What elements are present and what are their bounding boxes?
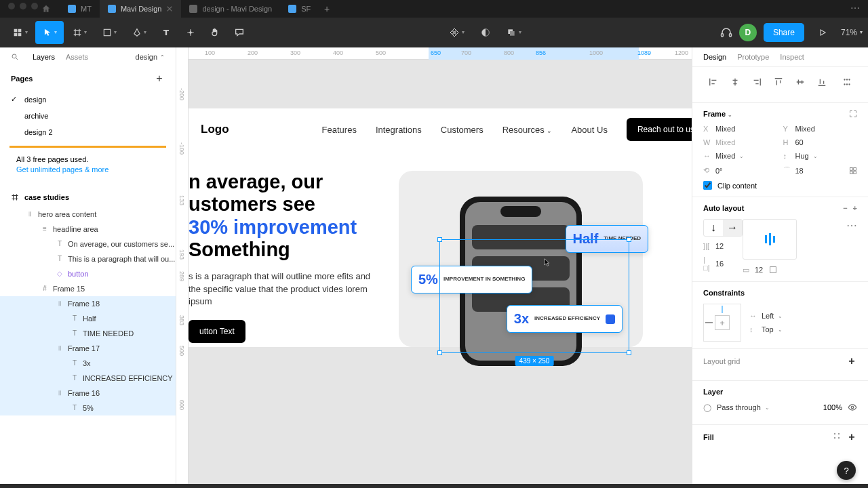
layer-item[interactable]: T3x <box>0 356 176 371</box>
add-grid-button[interactable]: + <box>846 356 857 367</box>
rotation-field[interactable]: ⟲0° <box>703 165 778 176</box>
add-fill-button[interactable]: + <box>846 432 857 443</box>
main-menu-button[interactable]: ▾ <box>5 21 34 44</box>
blend-mode-field[interactable]: Pass through ⌄ <box>717 403 770 411</box>
upgrade-banner: All 3 free pages used. Get unlimited pag… <box>9 146 166 182</box>
distribute-icon[interactable] <box>837 74 857 90</box>
direction-horizontal-icon[interactable]: → <box>723 220 742 236</box>
assets-tab[interactable]: Assets <box>66 53 88 61</box>
layer-item[interactable]: T5% <box>0 401 176 415</box>
file-tab[interactable]: MT <box>60 0 100 18</box>
layer-item[interactable]: #Frame 15 <box>0 281 176 296</box>
resize-w-field[interactable]: ↔Mixed ⌄ <box>703 152 778 160</box>
padding-expand-icon[interactable] <box>768 265 778 274</box>
pen-tool[interactable]: ▾ <box>125 21 153 44</box>
logo-text: Logo <box>201 123 229 136</box>
components-menu[interactable]: ▾ <box>443 21 471 44</box>
zoom-control[interactable]: 71%▾ <box>841 28 863 37</box>
padding-h-field[interactable]: |□|16 <box>703 256 743 272</box>
canvas[interactable]: 100200300400500650700800856100010891200 … <box>176 47 692 484</box>
home-icon[interactable] <box>41 4 52 14</box>
align-top-icon[interactable] <box>768 74 789 90</box>
constraint-box[interactable]: + <box>703 304 741 342</box>
alignment-box[interactable] <box>743 219 797 260</box>
search-icon[interactable] <box>11 53 19 61</box>
resize-fit-icon[interactable] <box>849 110 857 118</box>
add-page-button[interactable]: + <box>154 73 165 84</box>
align-bottom-icon[interactable] <box>812 74 832 90</box>
layer-item[interactable]: TOn average, our customers se... <box>0 237 176 251</box>
page-item[interactable]: design 2 <box>0 124 176 140</box>
inspect-tab[interactable]: Inspect <box>780 53 804 61</box>
resources-tool[interactable] <box>179 21 202 44</box>
layer-item[interactable]: ⫴hero area content <box>0 207 176 222</box>
present-button[interactable] <box>811 21 834 44</box>
frame-icon <box>11 193 19 201</box>
more-menu-icon[interactable]: ⋯ <box>850 3 860 14</box>
align-left-icon[interactable] <box>703 74 724 90</box>
prototype-tab[interactable]: Prototype <box>737 53 769 61</box>
file-tab-active[interactable]: Mavi Design <box>100 0 182 18</box>
close-icon[interactable] <box>166 5 173 12</box>
h-field[interactable]: H60 <box>783 138 858 146</box>
constraint-v-field[interactable]: ↕Top ⌄ <box>749 325 783 333</box>
file-tab[interactable]: design - Mavi Design <box>181 0 280 18</box>
layer-item[interactable]: ⫴Frame 17 <box>0 341 176 356</box>
y-field[interactable]: YMixed <box>783 125 858 133</box>
move-tool[interactable]: ▾ <box>35 21 64 44</box>
share-button[interactable]: Share <box>764 23 804 42</box>
layer-item[interactable]: TINCREASED EFFICIENCY <box>0 371 176 386</box>
styles-icon[interactable] <box>833 432 841 440</box>
page-selector[interactable]: design ⌃ <box>136 53 165 61</box>
nav-item: Resources ⌄ <box>502 125 553 135</box>
padding-v-field[interactable]: ▭12 <box>743 265 763 274</box>
text-tool[interactable] <box>155 21 178 44</box>
layer-root[interactable]: case studies <box>0 188 176 207</box>
hand-tool[interactable] <box>203 21 226 44</box>
align-hcenter-icon[interactable] <box>725 74 745 90</box>
page-item[interactable]: archive <box>0 108 176 124</box>
comment-tool[interactable] <box>228 21 251 44</box>
x-field[interactable]: XMixed <box>703 125 778 133</box>
help-button[interactable]: ? <box>837 461 856 480</box>
new-tab-button[interactable]: + <box>319 3 335 14</box>
file-tab[interactable]: SF <box>280 0 319 18</box>
autolayout-more-icon[interactable]: ⋯ <box>846 219 857 274</box>
layer-item[interactable]: ⫴Frame 16 <box>0 386 176 401</box>
user-avatar[interactable]: D <box>739 24 757 41</box>
visibility-icon[interactable] <box>848 403 857 412</box>
layer-item[interactable]: ≡headline area <box>0 222 176 237</box>
layer-item[interactable]: ◇button <box>0 266 176 281</box>
layer-item[interactable]: TThis is a paragraph that will ou... <box>0 251 176 266</box>
layers-tab[interactable]: Layers <box>33 53 55 61</box>
constraint-h-field[interactable]: ↔Left ⌄ <box>749 312 783 320</box>
upgrade-link[interactable]: Get unlimited pages & more <box>16 165 108 174</box>
autolayout-remove-icon[interactable]: − <box>843 204 847 212</box>
design-tab[interactable]: Design <box>703 53 726 61</box>
svg-point-5 <box>12 54 16 58</box>
radius-field[interactable]: ⌒18 <box>783 165 858 176</box>
gap-field[interactable]: ]|[12 <box>703 242 743 250</box>
layer-item[interactable]: ⫴Frame 18 <box>0 296 176 311</box>
boolean-tool[interactable]: ▾ <box>500 21 528 44</box>
mask-tool[interactable] <box>474 21 497 44</box>
resize-h-field[interactable]: ↕Hug ⌄ <box>783 152 858 160</box>
align-vcenter-icon[interactable] <box>790 74 810 90</box>
layer-item[interactable]: THalf <box>0 311 176 326</box>
artboard[interactable]: Logo Features Integrations Customers Res… <box>189 108 692 347</box>
file-icon <box>189 5 197 13</box>
blend-icon[interactable]: ◯ <box>703 403 711 412</box>
opacity-field[interactable]: 100% <box>823 403 842 411</box>
headphones-icon[interactable] <box>720 26 732 39</box>
align-right-icon[interactable] <box>747 74 767 90</box>
frame-tool[interactable]: ▾ <box>65 21 94 44</box>
autolayout-add-icon[interactable]: + <box>853 204 857 212</box>
layer-item[interactable]: TTIME NEEDED <box>0 326 176 341</box>
radius-expand-icon[interactable] <box>849 167 857 175</box>
direction-vertical-icon[interactable]: ↓ <box>704 220 723 236</box>
w-field[interactable]: WMixed <box>703 138 778 146</box>
page-item[interactable]: ✓design <box>0 91 176 108</box>
right-panel: Design Prototype Inspect Frame ⌄ XMixed … <box>692 47 868 484</box>
shape-tool[interactable]: ▾ <box>95 21 123 44</box>
clip-content-checkbox[interactable]: Clip content <box>703 181 857 190</box>
